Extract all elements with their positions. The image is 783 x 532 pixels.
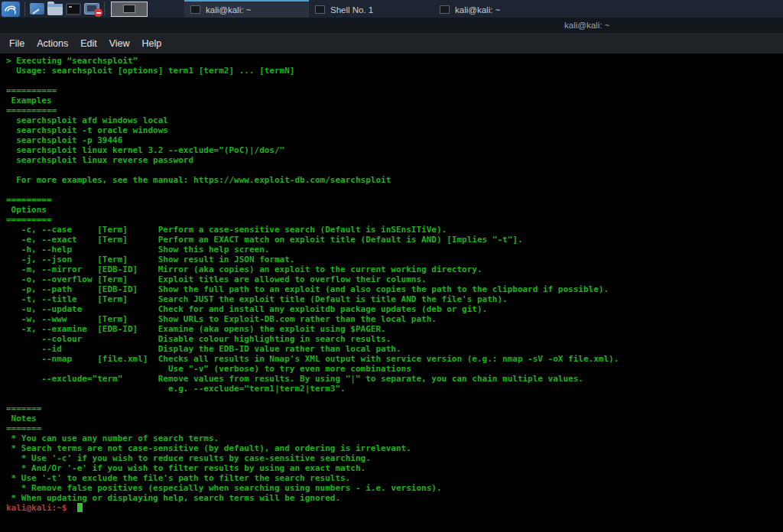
record-badge-icon <box>94 8 102 17</box>
file-manager-button[interactable] <box>46 1 64 17</box>
taskbar-window-shell-1[interactable]: Shell No. 1 <box>309 0 434 18</box>
workspace-window-thumbnail <box>123 5 135 13</box>
screen-capture-button[interactable] <box>83 1 101 17</box>
kali-logo-icon <box>2 2 20 17</box>
menu-view[interactable]: View <box>103 35 136 52</box>
kali-desktop: kali@kali: ~ Shell No. 1 kali@kali: ~ ka… <box>0 0 783 532</box>
terminal-launcher-button[interactable] <box>64 1 83 17</box>
taskbar: kali@kali: ~ Shell No. 1 kali@kali: ~ <box>0 0 783 18</box>
kali-menu-button[interactable] <box>0 1 21 17</box>
shell-prompt-line: kali@kali:~$ <box>0 503 783 513</box>
window-titlebar[interactable]: kali@kali: ~ <box>0 18 783 33</box>
folder-icon <box>47 4 63 15</box>
terminal-window-icon <box>190 5 200 14</box>
screen-record-icon <box>84 3 99 15</box>
terminal-viewport[interactable]: > Executing “searchsploit” Usage: search… <box>0 54 783 532</box>
menu-edit[interactable]: Edit <box>74 35 103 52</box>
terminal-output: > Executing “searchsploit” Usage: search… <box>0 54 783 503</box>
window-button-list: kali@kali: ~ Shell No. 1 kali@kali: ~ <box>184 0 558 18</box>
menu-actions[interactable]: Actions <box>31 35 74 52</box>
shell-prompt: kali@kali:~$ <box>6 503 72 513</box>
taskbar-window-terminal-2[interactable]: kali@kali: ~ <box>434 0 558 18</box>
terminal-window-icon <box>315 5 325 14</box>
show-desktop-button[interactable] <box>28 1 46 17</box>
taskbar-window-terminal-1[interactable]: kali@kali: ~ <box>184 0 309 18</box>
taskbar-separator <box>24 2 25 15</box>
window-button-label: kali@kali: ~ <box>455 5 500 15</box>
workspace-switcher[interactable] <box>111 2 148 17</box>
display-window-icon <box>30 3 44 15</box>
window-title: kali@kali: ~ <box>564 21 609 30</box>
menu-file[interactable]: File <box>3 35 31 52</box>
window-button-label: Shell No. 1 <box>330 5 373 15</box>
terminal-cursor <box>77 503 83 512</box>
terminal-menubar: File Actions Edit View Help <box>0 33 783 54</box>
terminal-icon <box>66 3 81 15</box>
terminal-window-icon <box>440 5 450 14</box>
menu-help[interactable]: Help <box>136 35 168 52</box>
taskbar-separator <box>104 2 105 15</box>
window-button-label: kali@kali: ~ <box>206 5 251 15</box>
